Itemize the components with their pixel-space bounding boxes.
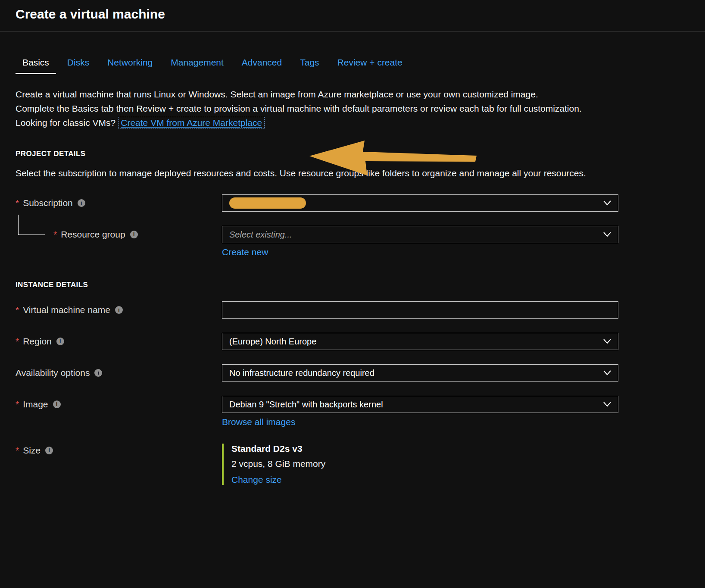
- tab-disks[interactable]: Disks: [60, 56, 96, 74]
- page-title: Create a virtual machine: [16, 7, 689, 22]
- size-name: Standard D2s v3: [231, 444, 618, 454]
- chevron-down-icon: [603, 200, 611, 206]
- tab-basics[interactable]: Basics: [16, 56, 56, 74]
- region-field: (Europe) North Europe: [222, 333, 618, 350]
- image-label: Image: [23, 399, 48, 410]
- region-label: Region: [23, 336, 52, 347]
- chevron-down-icon: [603, 339, 611, 344]
- vm-name-input[interactable]: [222, 301, 618, 319]
- image-field: Debian 9 "Stretch" with backports kernel: [222, 396, 618, 413]
- tab-networking[interactable]: Networking: [100, 56, 159, 74]
- image-row: * Image i Debian 9 "Stretch" with backpo…: [16, 396, 689, 413]
- tab-advanced[interactable]: Advanced: [235, 56, 289, 74]
- region-value: (Europe) North Europe: [229, 337, 316, 347]
- size-label-group: * Size i: [16, 445, 222, 456]
- intro-paragraph-1: Create a virtual machine that runs Linux…: [16, 87, 623, 101]
- info-icon[interactable]: i: [53, 400, 61, 408]
- classic-vm-line: Looking for classic VMs?Create VM from A…: [16, 116, 623, 130]
- resource-group-row: * Resource group i Select existing...: [16, 226, 689, 243]
- required-marker: *: [16, 305, 19, 315]
- availability-label: Availability options: [16, 368, 90, 378]
- resource-group-placeholder: Select existing...: [229, 230, 292, 240]
- subscription-dropdown[interactable]: [222, 194, 618, 212]
- resource-group-label: Resource group: [61, 229, 125, 240]
- region-row: * Region i (Europe) North Europe: [16, 333, 689, 350]
- create-new-link[interactable]: Create new: [222, 247, 268, 257]
- page-header: Create a virtual machine: [0, 0, 705, 31]
- redaction-blob: [229, 197, 306, 209]
- info-icon[interactable]: i: [115, 306, 123, 314]
- tab-management[interactable]: Management: [164, 56, 231, 74]
- resource-group-dropdown[interactable]: Select existing...: [222, 226, 618, 243]
- intro-text: Create a virtual machine that runs Linux…: [16, 87, 623, 130]
- required-marker: *: [16, 336, 19, 347]
- intro-paragraph-2: Complete the Basics tab then Review + cr…: [16, 101, 623, 116]
- required-marker: *: [16, 198, 19, 208]
- size-row: * Size i Standard D2s v3 2 vcpus, 8 GiB …: [16, 444, 689, 485]
- info-icon[interactable]: i: [78, 199, 85, 207]
- image-value: Debian 9 "Stretch" with backports kernel: [229, 400, 383, 410]
- availability-row: Availability options i No infrastructure…: [16, 364, 689, 382]
- project-details-description: Select the subscription to manage deploy…: [16, 166, 623, 180]
- main-content: Basics Disks Networking Management Advan…: [0, 56, 705, 485]
- browse-all-images-link[interactable]: Browse all images: [222, 417, 295, 427]
- tab-tags[interactable]: Tags: [293, 56, 326, 74]
- size-summary-block: Standard D2s v3 2 vcpus, 8 GiB memory Ch…: [222, 444, 618, 485]
- change-size-link[interactable]: Change size: [231, 475, 282, 485]
- subscription-field: [222, 194, 618, 212]
- info-icon[interactable]: i: [130, 231, 138, 238]
- region-dropdown[interactable]: (Europe) North Europe: [222, 333, 618, 350]
- subscription-label: Subscription: [23, 198, 73, 208]
- info-icon[interactable]: i: [56, 338, 64, 345]
- image-label-group: * Image i: [16, 399, 222, 410]
- tree-connector: [18, 215, 45, 235]
- chevron-down-icon: [603, 232, 611, 237]
- tab-review-create[interactable]: Review + create: [331, 56, 409, 74]
- vm-name-row: * Virtual machine name i: [16, 301, 689, 319]
- resource-group-label-group: * Resource group i: [16, 229, 222, 240]
- vm-name-field: [222, 301, 618, 319]
- availability-value: No infrastructure redundancy required: [229, 368, 374, 378]
- chevron-down-icon: [603, 402, 611, 407]
- info-icon[interactable]: i: [94, 369, 102, 377]
- project-details-heading: PROJECT DETAILS: [16, 150, 689, 158]
- browse-images-row: Browse all images: [16, 417, 689, 427]
- required-marker: *: [16, 445, 19, 456]
- chevron-down-icon: [603, 370, 611, 375]
- required-marker: *: [53, 229, 57, 240]
- region-label-group: * Region i: [16, 336, 222, 347]
- create-new-row: Create new: [16, 247, 689, 257]
- classic-vm-prompt: Looking for classic VMs?: [16, 118, 115, 128]
- vm-name-label-group: * Virtual machine name i: [16, 305, 222, 315]
- instance-details-heading: INSTANCE DETAILS: [16, 281, 689, 289]
- size-specs: 2 vcpus, 8 GiB memory: [231, 459, 618, 469]
- subscription-row: * Subscription i: [16, 194, 689, 212]
- image-dropdown[interactable]: Debian 9 "Stretch" with backports kernel: [222, 396, 618, 413]
- size-label: Size: [23, 445, 41, 456]
- create-vm-marketplace-link[interactable]: Create VM from Azure Marketplace: [118, 117, 265, 128]
- tab-bar: Basics Disks Networking Management Advan…: [16, 56, 689, 74]
- subscription-label-group: * Subscription i: [16, 198, 222, 208]
- resource-group-field: Select existing...: [222, 226, 618, 243]
- required-marker: *: [16, 399, 19, 410]
- availability-field: No infrastructure redundancy required: [222, 364, 618, 382]
- info-icon[interactable]: i: [45, 447, 53, 454]
- size-field: Standard D2s v3 2 vcpus, 8 GiB memory Ch…: [222, 444, 618, 485]
- availability-label-group: Availability options i: [16, 368, 222, 378]
- availability-dropdown[interactable]: No infrastructure redundancy required: [222, 364, 618, 382]
- vm-name-label: Virtual machine name: [23, 305, 110, 315]
- header-divider: [0, 31, 705, 31]
